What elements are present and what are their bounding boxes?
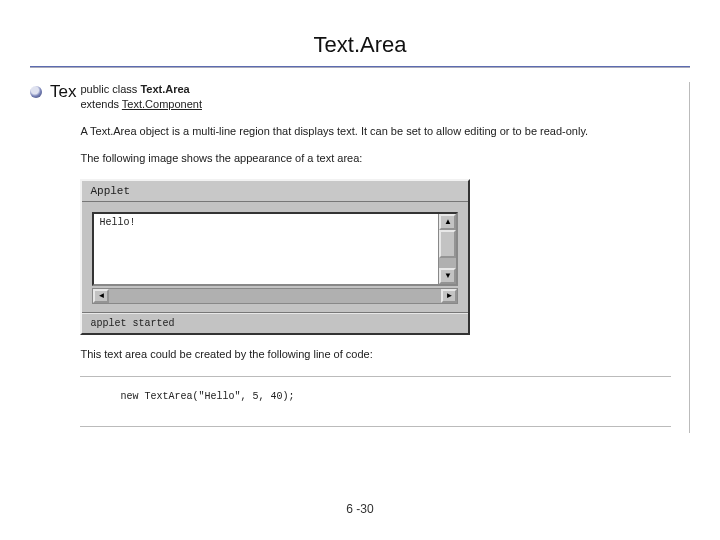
textarea-widget[interactable]: Hello! ▲ ▼ <box>92 212 458 286</box>
class-declaration: public class Text.Area extends Text.Comp… <box>80 82 671 112</box>
bullet-icon <box>30 86 42 98</box>
body-row: Tex public class Text.Area extends Text.… <box>30 82 690 433</box>
description-paragraph: A Text.Area object is a multi-line regio… <box>80 124 671 139</box>
decl-extends: extends <box>80 98 121 110</box>
title-underline <box>30 66 690 68</box>
decl-modifiers: public class <box>80 83 140 95</box>
scroll-up-icon[interactable]: ▲ <box>439 214 456 230</box>
scroll-left-icon[interactable]: ◄ <box>93 289 109 303</box>
applet-body: Hello! ▲ ▼ ◄ ► <box>82 202 468 313</box>
horizontal-scrollbar[interactable]: ◄ ► <box>92 288 458 304</box>
superclass-link[interactable]: Text.Component <box>122 98 202 110</box>
page-number: 6 -30 <box>0 502 720 516</box>
hscroll-track[interactable] <box>109 289 441 303</box>
divider <box>80 426 671 427</box>
applet-status-bar: applet started <box>82 313 468 333</box>
lead-text: Tex <box>50 82 76 102</box>
applet-titlebar: Applet <box>82 181 468 202</box>
textarea-content[interactable]: Hello! <box>94 214 438 284</box>
javadoc-panel: public class Text.Area extends Text.Comp… <box>78 82 690 433</box>
appearance-paragraph: The following image shows the appearance… <box>80 151 671 166</box>
vscroll-thumb[interactable] <box>439 230 456 258</box>
closing-paragraph: This text area could be created by the f… <box>80 347 671 362</box>
scroll-down-icon[interactable]: ▼ <box>439 268 456 284</box>
slide-title: Text.Area <box>30 20 690 66</box>
decl-classname: Text.Area <box>140 83 189 95</box>
scroll-right-icon[interactable]: ► <box>441 289 457 303</box>
slide: Text.Area Tex public class Text.Area ext… <box>0 0 720 540</box>
vertical-scrollbar[interactable]: ▲ ▼ <box>438 214 456 284</box>
vscroll-track[interactable] <box>439 230 456 268</box>
code-block: new TextArea("Hello", 5, 40); <box>80 377 671 412</box>
applet-figure: Applet Hello! ▲ ▼ ◄ <box>80 179 470 335</box>
